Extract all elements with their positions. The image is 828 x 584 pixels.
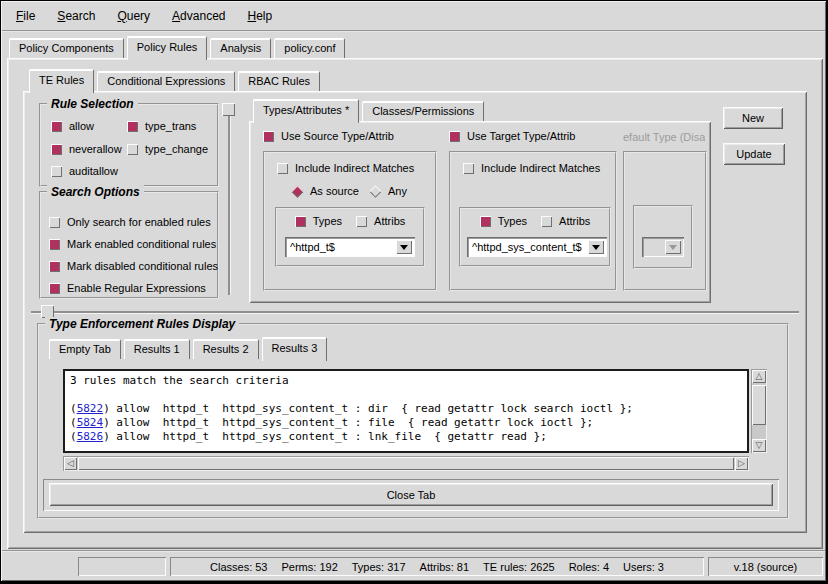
vertical-sash-handle[interactable] (222, 103, 235, 116)
tab-results-3[interactable]: Results 3 (262, 337, 328, 361)
checkbox-indicator (295, 216, 306, 227)
checkbox-indicator (263, 131, 274, 142)
checkbox-target-attribs[interactable]: Attribs (541, 215, 590, 227)
default-type-label: efault Type (Disa (623, 131, 705, 143)
stat-types: Types: 317 (352, 561, 406, 573)
checkbox-indicator (449, 131, 460, 142)
checkbox-indicator (49, 283, 60, 294)
search-options-group: Search Options Only search for enabled r… (39, 191, 219, 299)
menu-search[interactable]: Search (49, 6, 103, 26)
menu-help[interactable]: Help (239, 6, 280, 26)
horizontal-sash[interactable] (31, 311, 799, 313)
paren: ( (70, 416, 77, 429)
target-type-combobox[interactable]: ^httpd_sys_content_t$ (467, 237, 607, 257)
checkbox-label: Only search for enabled rules (67, 216, 211, 228)
checkbox-source-attribs[interactable]: Attribs (356, 215, 405, 227)
tab-conditional-expressions[interactable]: Conditional Expressions (97, 71, 235, 91)
rule-selection-title: Rule Selection (47, 97, 138, 111)
te-rules-panel: Rule Selection allow type_trans neverall… (23, 91, 807, 533)
checkbox-source-indirect[interactable]: Include Indirect Matches (277, 161, 414, 175)
results-group: Type Enforcement Rules Display Empty Tab… (37, 323, 789, 519)
source-types-frame: Types Attribs ^httpd_t$ (275, 207, 425, 267)
rule-link-5822[interactable]: 5822 (77, 402, 104, 415)
types-attributes-panel: Use Source Type/Attrib Include Indirect … (249, 121, 711, 303)
search-options-title: Search Options (47, 185, 144, 199)
checkbox-allow[interactable]: allow (51, 119, 94, 133)
new-button[interactable]: New (723, 107, 783, 129)
scroll-up-icon[interactable]: △ (752, 370, 766, 383)
checkbox-type-change[interactable]: type_change (127, 142, 208, 156)
results-tabbar: Empty Tab Results 1 Results 2 Results 3 (49, 337, 330, 359)
checkbox-label: Types (498, 215, 527, 227)
tab-te-rules[interactable]: TE Rules (29, 69, 94, 93)
default-type-inner-frame (633, 205, 693, 269)
checkbox-source-types[interactable]: Types (295, 215, 342, 227)
tab-types-attributes[interactable]: Types/Attributes * (253, 99, 359, 123)
menu-query[interactable]: Query (109, 6, 158, 26)
chevron-down-icon[interactable] (396, 240, 412, 254)
radio-any[interactable]: Any (371, 185, 407, 197)
chevron-down-icon[interactable] (588, 240, 604, 254)
stat-perms: Perms: 192 (282, 561, 338, 573)
radio-as-source[interactable]: As source (293, 185, 359, 197)
stat-te-rules: TE rules: 2625 (483, 561, 555, 573)
horizontal-scrollbar[interactable]: ◁ ▷ (63, 456, 749, 471)
tab-policy-conf[interactable]: policy.conf (274, 38, 345, 58)
checkbox-label: auditallow (69, 165, 118, 177)
tab-policy-components[interactable]: Policy Components (9, 38, 124, 58)
tab-rbac-rules[interactable]: RBAC Rules (238, 71, 320, 91)
scroll-right-icon[interactable]: ▷ (735, 457, 748, 470)
menu-file[interactable]: File (8, 6, 43, 26)
checkbox-label: allow (69, 120, 94, 132)
te-tabbar: TE Rules Conditional Expressions RBAC Ru… (29, 69, 323, 91)
target-types-frame: Types Attribs ^httpd_sys_content_t$ (459, 207, 611, 267)
statusbar: Classes: 53 Perms: 192 Types: 317 Attrib… (2, 550, 825, 580)
checkbox-type-trans[interactable]: type_trans (127, 119, 196, 133)
rule-line: (5826) allow httpd_t httpd_sys_content_t… (70, 430, 747, 444)
scroll-left-icon[interactable]: ◁ (64, 457, 77, 470)
checkbox-neverallow[interactable]: neverallow (51, 142, 122, 156)
source-radio-row: As source Any (293, 185, 407, 197)
checkbox-enable-regex[interactable]: Enable Regular Expressions (49, 281, 206, 295)
horizontal-scrollbar-thumb[interactable] (78, 457, 734, 470)
checkbox-only-enabled-rules[interactable]: Only search for enabled rules (49, 215, 211, 229)
checkbox-auditallow[interactable]: auditallow (51, 164, 118, 178)
stat-attribs: Attribs: 81 (420, 561, 470, 573)
checkbox-label: Mark enabled conditional rules (67, 238, 216, 250)
rule-text: allow httpd_t httpd_sys_content_t : lnk_… (110, 430, 547, 443)
checkbox-target-indirect[interactable]: Include Indirect Matches (463, 161, 600, 175)
source-type-combobox[interactable]: ^httpd_t$ (285, 237, 415, 257)
rule-text: allow httpd_t httpd_sys_content_t : file… (110, 416, 593, 429)
rule-link-5824[interactable]: 5824 (77, 416, 104, 429)
source-kind-row: Types Attribs (277, 215, 423, 227)
checkbox-indicator (127, 121, 138, 132)
checkbox-label: Include Indirect Matches (295, 162, 414, 174)
results-title: Type Enforcement Rules Display (45, 317, 239, 331)
vertical-scrollbar-thumb[interactable] (752, 385, 766, 425)
tab-analysis[interactable]: Analysis (210, 38, 271, 58)
checkbox-target-types[interactable]: Types (480, 215, 527, 227)
checkbox-mark-enabled-conditional[interactable]: Mark enabled conditional rules (49, 237, 216, 251)
default-type-combobox (642, 237, 684, 257)
rule-link-5826[interactable]: 5826 (77, 430, 104, 443)
tab-classes-permissions[interactable]: Classes/Permissions (362, 101, 484, 121)
results-text[interactable]: 3 rules match the search criteria (5822)… (63, 369, 749, 453)
radio-label: Any (388, 185, 407, 197)
vertical-sash[interactable] (228, 105, 230, 295)
tab-policy-rules[interactable]: Policy Rules (127, 36, 208, 60)
checkbox-use-target-type[interactable]: Use Target Type/Attrib (449, 129, 575, 143)
close-tab-button[interactable]: Close Tab (49, 483, 773, 506)
checkbox-indicator (127, 144, 138, 155)
update-button[interactable]: Update (723, 143, 785, 165)
vertical-scrollbar[interactable]: △ ▽ (751, 369, 767, 453)
scroll-down-icon[interactable]: ▽ (752, 439, 766, 452)
chevron-down-icon (665, 240, 681, 254)
checkbox-label: Enable Regular Expressions (67, 282, 206, 294)
checkbox-use-source-type[interactable]: Use Source Type/Attrib (263, 129, 394, 143)
menu-advanced[interactable]: Advanced (164, 6, 233, 26)
checkbox-mark-disabled-conditional[interactable]: Mark disabled conditional rules (49, 259, 218, 273)
tab-results-1[interactable]: Results 1 (124, 339, 190, 359)
tab-results-2[interactable]: Results 2 (193, 339, 259, 359)
tab-empty-tab[interactable]: Empty Tab (49, 339, 121, 359)
main-tabbar: Policy Components Policy Rules Analysis … (9, 37, 348, 58)
